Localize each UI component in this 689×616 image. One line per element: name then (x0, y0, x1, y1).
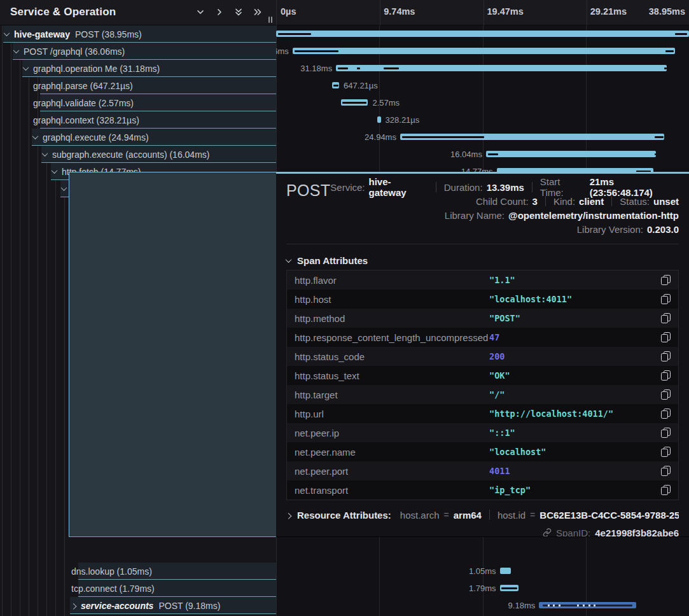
attribute-row: net.peer.ip"::1" (287, 423, 678, 442)
timeline-gridline (484, 0, 484, 25)
chevron-down-icon[interactable] (23, 64, 29, 71)
child-span-marker (384, 67, 398, 69)
attribute-row: http.status_text"OK" (287, 366, 678, 385)
chevron-down-icon[interactable] (4, 30, 10, 36)
span-attributes-header[interactable]: Span Attributes (286, 255, 679, 266)
span-bar-row[interactable]: 328.21µs (276, 111, 689, 129)
chevron-down-icon[interactable] (32, 133, 39, 139)
span-tree-row[interactable]: POST /graphql (36.06ms) (0, 43, 276, 60)
copy-icon[interactable] (661, 389, 671, 400)
child-span-marker (488, 153, 498, 155)
chevron-right-icon[interactable] (71, 603, 77, 610)
chevron-down-icon[interactable] (61, 185, 67, 191)
child-span-dot (577, 605, 579, 606)
copy-icon[interactable] (661, 313, 671, 323)
span-bar-row[interactable]: 36.06ms (276, 43, 689, 60)
attribute-value: "http://localhost:4011/" (489, 409, 661, 419)
span-duration-bar[interactable] (332, 82, 339, 88)
span-duration-bar[interactable] (276, 31, 689, 37)
span-duration-bar[interactable] (336, 65, 667, 71)
chevron-down-icon[interactable] (13, 47, 20, 53)
meta-value: @opentelemetry/instrumentation-http (508, 210, 679, 221)
resource-attributes-row[interactable]: Resource Attributes: host.arch=arm64host… (286, 508, 679, 521)
chevron-down-icon[interactable] (52, 167, 58, 174)
attribute-value: 200 (489, 351, 661, 361)
attribute-value: "localhost" (489, 447, 661, 457)
copy-icon[interactable] (661, 332, 671, 342)
copy-icon[interactable] (661, 275, 671, 285)
span-duration-bar[interactable] (539, 602, 636, 608)
timeline-tick-label: 0µs (281, 6, 296, 17)
chevron-down-icon[interactable] (286, 256, 292, 263)
span-row-content: tcp.connect (1.79ms) (71, 580, 155, 597)
attribute-row: net.peer.name"localhost" (287, 442, 678, 461)
copy-icon[interactable] (661, 466, 671, 476)
span-duration-bar[interactable] (293, 48, 675, 54)
copy-icon[interactable] (661, 370, 671, 381)
panel-resize-grip[interactable] (268, 17, 272, 23)
span-tree-row[interactable]: subgraph.execute (accounts) (16.04ms) (0, 146, 276, 163)
span-meta-line: Service:hive-gatewayDuration:13.39msStar… (330, 180, 679, 194)
span-tree-row[interactable]: service-accountsPOST (9.18ms) (0, 597, 276, 614)
collapse-all-icon[interactable] (234, 8, 244, 18)
resource-value: BC62E13B-C4CC-5854-9788-256... (539, 510, 679, 521)
child-span-marker (501, 587, 517, 589)
span-duration-bar[interactable] (486, 151, 656, 157)
chevron-down-icon[interactable] (42, 150, 48, 157)
attribute-key: net.peer.port (287, 466, 489, 477)
span-bar-row[interactable]: 16.04ms (276, 146, 689, 163)
span-bar-row[interactable]: 1.05ms (276, 563, 689, 580)
span-duration-bar[interactable] (500, 568, 511, 574)
span-service-name: service-accounts (81, 601, 153, 611)
span-tree-row[interactable]: graphql.operation Me (31.18ms) (0, 60, 276, 77)
span-duration-bar[interactable] (500, 585, 519, 591)
expand-one-icon[interactable] (215, 8, 225, 18)
copy-icon[interactable] (661, 409, 671, 419)
collapse-one-icon[interactable] (196, 8, 206, 18)
span-tree-row[interactable]: dns.lookup (1.05ms) (0, 563, 276, 580)
span-duration-label: 36.06ms (276, 43, 289, 60)
copy-icon[interactable] (661, 428, 671, 438)
span-bar-row[interactable] (276, 25, 689, 43)
copy-icon[interactable] (661, 294, 671, 304)
attribute-key: net.peer.ip (287, 428, 489, 438)
span-tree-row[interactable]: graphql.validate (2.57ms) (0, 94, 276, 111)
span-bar-row[interactable]: 24.94ms (276, 129, 689, 146)
copy-icon[interactable] (661, 351, 671, 361)
meta-value: 3 (532, 196, 538, 207)
span-duration-label: 9.18ms (508, 597, 536, 614)
meta-value: client (579, 196, 604, 207)
child-span-marker (664, 67, 667, 69)
copy-icon[interactable] (661, 447, 671, 457)
chevron-right-icon[interactable] (286, 512, 291, 519)
span-operation-label: graphql.parse (647.21µs) (33, 81, 133, 91)
span-tree-row[interactable]: hive-gatewayPOST (38.95ms) (0, 25, 276, 43)
span-bar-row[interactable]: 2.57ms (276, 94, 689, 111)
attribute-key: http.flavor (287, 275, 489, 286)
timeline-tick-label: 19.47ms (487, 6, 524, 17)
span-row-content: service-accountsPOST (9.18ms) (71, 597, 220, 614)
span-bar-row[interactable]: 647.21µs (276, 77, 689, 94)
span-duration-bar[interactable] (377, 116, 380, 123)
span-tree-row[interactable]: graphql.parse (647.21µs) (0, 77, 276, 94)
resource-key: host.arch (400, 510, 440, 521)
span-duration-bar[interactable] (400, 134, 665, 140)
attribute-value: 4011 (489, 466, 661, 476)
expand-all-icon[interactable] (253, 8, 263, 18)
attribute-key: http.url (287, 409, 489, 419)
attribute-value: "localhost:4011" (489, 294, 661, 304)
span-row-content: graphql.execute (24.94ms) (33, 129, 149, 146)
span-tree-row[interactable]: graphql.context (328.21µs) (0, 111, 276, 129)
attribute-key: http.response_content_length_uncompresse… (287, 332, 489, 343)
attribute-value: "/" (489, 389, 661, 400)
span-bar-row[interactable]: 1.79ms (276, 580, 689, 597)
span-tree-row[interactable]: tcp.connect (1.79ms) (0, 580, 276, 597)
span-tree-row[interactable]: graphql.execute (24.94ms) (0, 129, 276, 146)
span-duration-bar[interactable] (341, 99, 368, 106)
child-span-dot (588, 605, 590, 606)
copy-icon[interactable] (661, 485, 671, 495)
span-bar-row[interactable]: 9.18ms (276, 597, 689, 614)
span-attributes-title: Span Attributes (297, 255, 368, 266)
attribute-row: http.host"localhost:4011" (287, 290, 678, 309)
span-bar-row[interactable]: 31.18ms (276, 60, 689, 77)
